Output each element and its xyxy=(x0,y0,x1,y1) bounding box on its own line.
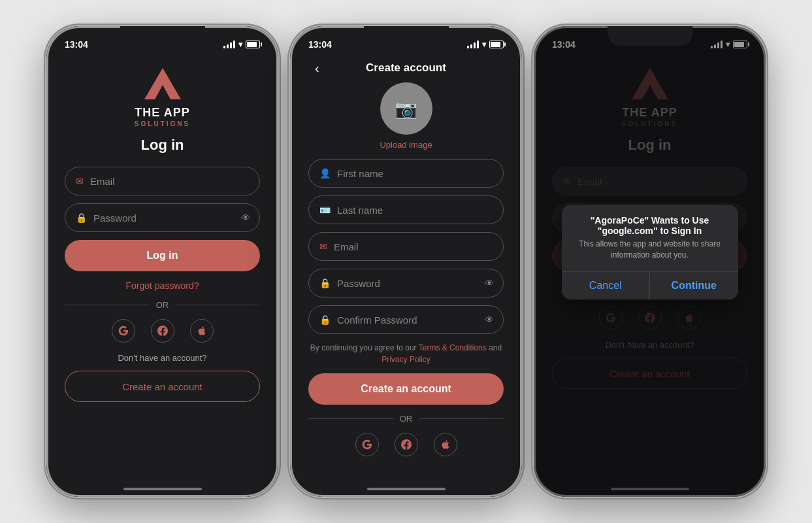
wifi-icon-1: ▾ xyxy=(238,40,242,49)
dialog-title: "AgoraPoCe" Wants to Use "google.com" to… xyxy=(562,205,738,239)
battery-icon-2 xyxy=(489,41,504,48)
signin-dialog: "AgoraPoCe" Wants to Use "google.com" to… xyxy=(562,205,738,299)
apple-icon-1[interactable] xyxy=(190,319,214,343)
first-name-input[interactable]: 👤 First name xyxy=(308,159,504,188)
terms-link[interactable]: Terms & Conditions xyxy=(419,343,487,352)
confirm-password-placeholder: Confirm Password xyxy=(337,314,417,326)
google-icon-1[interactable] xyxy=(112,319,135,343)
google-icon-2[interactable] xyxy=(355,433,379,456)
dont-have-account-1: Don't have an account? xyxy=(118,353,206,363)
divider-right-1 xyxy=(175,305,260,305)
first-name-placeholder: First name xyxy=(337,168,383,179)
terms-prefix: By continuing you agree to our xyxy=(310,343,417,352)
login-title: Log in xyxy=(141,137,184,154)
home-indicator-1 xyxy=(123,488,202,490)
eye-icon-3[interactable]: 👁 xyxy=(485,314,494,325)
card-icon: 🪪 xyxy=(319,205,331,215)
social-icons-1 xyxy=(112,319,214,343)
notch-2 xyxy=(364,26,449,46)
logo-sub-1: SOLUTIONS xyxy=(135,120,190,127)
create-account-label-2: Create an account xyxy=(361,383,451,395)
lock-icon-2: 🔒 xyxy=(319,278,331,288)
or-divider-1: OR xyxy=(65,300,260,310)
password-placeholder-1: Password xyxy=(93,212,137,224)
dialog-continue-button[interactable]: Continue xyxy=(650,272,738,299)
nav-header-2: ‹ Create account xyxy=(308,61,504,75)
and-text: and xyxy=(489,343,502,352)
home-indicator-2 xyxy=(367,488,446,490)
phone-1-login: 13:04 ▾ THE APP SOLUTIONS Log in xyxy=(46,26,278,497)
apple-icon-2[interactable] xyxy=(434,433,457,456)
email-input-1[interactable]: ✉ Email xyxy=(65,167,260,195)
camera-icon: 📷 xyxy=(395,98,417,120)
logo-main-1: THE APP xyxy=(135,106,189,120)
facebook-icon-2[interactable] xyxy=(395,433,418,456)
wifi-icon-2: ▾ xyxy=(482,40,486,49)
forgot-password-link[interactable]: Forgot password? xyxy=(125,280,199,291)
create-account-button-2[interactable]: Create an account xyxy=(308,373,504,405)
email-placeholder-2: Email xyxy=(334,241,359,252)
or-text-2: OR xyxy=(400,414,413,424)
dialog-cancel-button[interactable]: Cancel xyxy=(562,272,651,299)
notch-3 xyxy=(608,26,692,46)
facebook-icon-1[interactable] xyxy=(151,319,174,343)
divider-left-2 xyxy=(308,418,393,419)
status-icons-1: ▾ xyxy=(223,40,260,49)
dialog-buttons: Cancel Continue xyxy=(562,271,738,299)
status-time-2: 13:04 xyxy=(308,39,332,50)
phone-2-create: 13:04 ▾ ‹ Create account 📷 xyxy=(290,26,522,497)
login-button[interactable]: Log in xyxy=(65,240,260,271)
logo-area-1: THE APP SOLUTIONS xyxy=(135,68,190,127)
email-input-2[interactable]: ✉ Email xyxy=(308,232,504,261)
password-placeholder-2: Password xyxy=(337,278,380,289)
upload-image-link[interactable]: Upload image xyxy=(380,140,432,150)
back-button[interactable]: ‹ xyxy=(315,61,319,76)
signal-icon-1 xyxy=(223,41,235,48)
phones-container: 13:04 ▾ THE APP SOLUTIONS Log in xyxy=(46,26,766,497)
signal-icon-2 xyxy=(467,41,479,48)
notch xyxy=(120,26,205,46)
phone-3-dialog: "AgoraPoCe" Wants to Use "google.com" to… xyxy=(534,26,766,497)
status-time-1: 13:04 xyxy=(65,39,88,50)
phone-2-screen: ‹ Create account 📷 Upload image 👤 First … xyxy=(290,55,522,482)
eye-icon-1[interactable]: 👁 xyxy=(241,212,250,223)
person-icon: 👤 xyxy=(319,168,331,178)
divider-left-1 xyxy=(65,305,150,305)
lock-icon-1: 🔒 xyxy=(76,212,87,223)
email-placeholder-1: Email xyxy=(90,176,115,187)
avatar-upload-button[interactable]: 📷 xyxy=(380,82,432,135)
password-input-2[interactable]: 🔒 Password 👁 xyxy=(308,269,504,297)
create-account-button-1[interactable]: Create an account xyxy=(65,371,260,402)
terms-text: By continuing you agree to our Terms & C… xyxy=(308,342,504,365)
divider-right-2 xyxy=(419,418,504,419)
email-icon-2: ✉ xyxy=(319,241,327,252)
create-account-nav-title: Create account xyxy=(315,61,497,75)
login-button-label: Log in xyxy=(147,250,178,262)
or-text-1: OR xyxy=(156,300,169,310)
password-input-1[interactable]: 🔒 Password 👁 xyxy=(65,203,260,232)
dialog-body: This allows the app and website to share… xyxy=(562,239,738,271)
confirm-password-input[interactable]: 🔒 Confirm Password 👁 xyxy=(308,305,504,334)
status-icons-2: ▾ xyxy=(467,40,504,49)
privacy-link[interactable]: Privacy Policy xyxy=(382,355,430,364)
battery-icon-1 xyxy=(246,41,260,48)
email-icon-1: ✉ xyxy=(76,176,84,186)
lock-icon-3: 🔒 xyxy=(319,314,331,325)
eye-icon-2[interactable]: 👁 xyxy=(485,278,494,288)
or-divider-2: OR xyxy=(308,414,504,424)
last-name-input[interactable]: 🪪 Last name xyxy=(308,195,504,224)
social-icons-2 xyxy=(355,433,457,456)
logo-triangle-1 xyxy=(144,68,181,99)
last-name-placeholder: Last name xyxy=(337,205,383,216)
phone-1-screen: THE APP SOLUTIONS Log in ✉ Email 🔒 Passw… xyxy=(46,55,278,482)
create-account-label-1: Create an account xyxy=(122,381,203,392)
